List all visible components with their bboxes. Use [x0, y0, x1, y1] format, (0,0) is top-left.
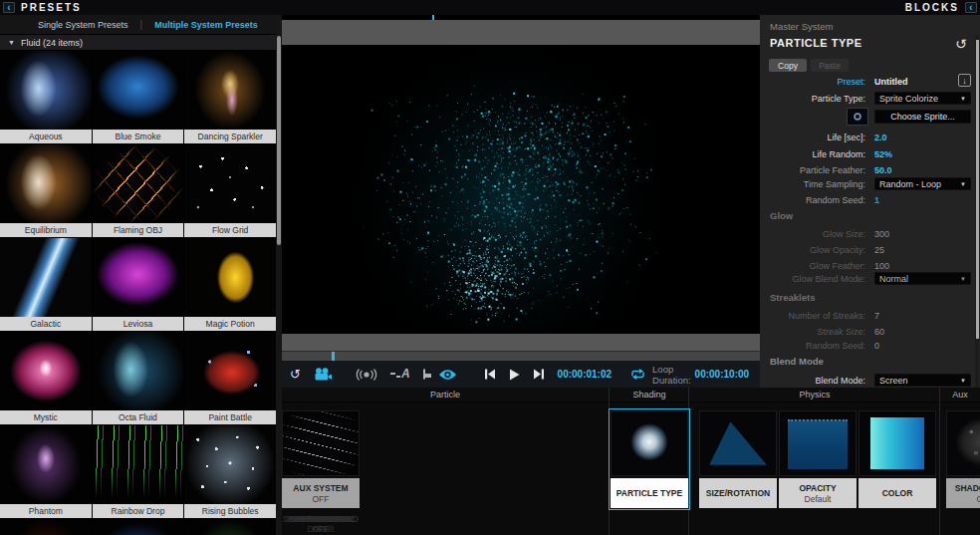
tab-multiple-system-presets[interactable]: Multiple System Presets — [154, 20, 258, 30]
preset-thumbnail — [93, 144, 184, 223]
block-item[interactable]: AUX SYSTEM OFF — [282, 410, 360, 508]
block-label: PARTICLE TYPE — [611, 478, 688, 508]
particle-type-dropdown[interactable]: Sprite Colorize▼ — [874, 92, 971, 105]
preset-item[interactable]: Phantom — [0, 425, 92, 518]
visibility-eye-icon[interactable] — [438, 369, 457, 381]
preset-item-partial[interactable] — [93, 519, 184, 535]
time-sampling-dropdown[interactable]: Random - Loop▼ — [874, 177, 971, 190]
blocks-category-tab[interactable]: Particle — [282, 388, 609, 402]
reset-view-icon[interactable]: ↺ — [290, 368, 301, 381]
blend-mode-dropdown[interactable]: Screen▼ — [874, 374, 971, 387]
life-value[interactable]: 2.0 — [874, 133, 887, 142]
block-item[interactable]: PARTICLE TYPE — [611, 410, 688, 508]
next-frame-button[interactable] — [533, 369, 545, 380]
streaklets-random-seed-value[interactable]: 0 — [874, 341, 879, 351]
presets-scrollbar-thumb[interactable] — [277, 36, 281, 245]
block-subtitle: OFF — [977, 494, 980, 504]
preset-item[interactable]: Magic Potion — [184, 238, 276, 331]
timeline-strip[interactable] — [282, 351, 760, 361]
block-item[interactable]: OPACITY Default — [779, 410, 857, 508]
block-title: SIZE/ROTATION — [706, 488, 770, 498]
preset-item-partial[interactable] — [0, 519, 92, 535]
random-seed-label: Random Seed: — [760, 195, 869, 205]
sprite-thumbnail[interactable] — [847, 108, 868, 126]
previous-frame-button[interactable] — [484, 369, 496, 380]
block-thumbnail — [946, 410, 980, 476]
block-title: COLOR — [882, 488, 913, 498]
viewport-top-bar — [282, 20, 760, 45]
block-item[interactable]: SIZE/ROTATION — [699, 410, 777, 508]
glow-opacity-value[interactable]: 25 — [874, 245, 884, 255]
blocks-collapse-icon[interactable]: ‹ — [965, 2, 977, 13]
preset-item[interactable]: Mystic — [0, 332, 92, 424]
blocks-category-tab[interactable]: Shading — [610, 388, 689, 402]
preset-group-header[interactable]: ▼ Fluid (24 items) — [0, 35, 276, 51]
copy-button[interactable]: Copy — [769, 59, 807, 72]
random-seed-value[interactable]: 1 — [874, 195, 879, 205]
preset-thumbnail — [0, 332, 92, 410]
preset-item[interactable]: Dancing Sparkler — [184, 51, 276, 143]
presets-tab-bar: Single System Presets | Multiple System … — [0, 15, 282, 35]
preset-name: Equilibrium — [0, 223, 92, 237]
picture-in-picture-icon[interactable] — [423, 369, 425, 380]
preset-item[interactable]: Rainbow Drop — [93, 425, 184, 518]
preset-item[interactable]: Flaming OBJ — [93, 144, 184, 237]
glow-size-value[interactable]: 300 — [874, 229, 889, 239]
tab-divider: | — [140, 19, 143, 30]
blocks-category-tab[interactable]: Physics — [689, 388, 940, 402]
block-label: SIZE/ROTATION — [699, 478, 777, 508]
presets-collapse-icon[interactable]: ‹ — [3, 2, 15, 13]
particle-type-label: Particle Type: — [760, 94, 869, 104]
block-thumbnail — [779, 410, 857, 476]
motion-blur-icon[interactable] — [356, 368, 377, 382]
preset-thumbnail — [0, 425, 92, 504]
particle-feather-value[interactable]: 50.0 — [874, 165, 892, 175]
block-item[interactable]: COLOR — [858, 410, 936, 508]
blocks-category-tab[interactable]: Aux — [940, 388, 980, 402]
viewport-bottom-bar — [282, 334, 760, 351]
system-label: Master System — [770, 21, 833, 32]
reset-block-icon[interactable]: ↺ — [955, 36, 967, 52]
blend-mode-value: Screen — [879, 376, 908, 386]
current-timecode[interactable]: 00:00:01:02 — [558, 369, 612, 380]
loop-duration-value[interactable]: 00:00:10:00 — [695, 369, 749, 380]
preset-item[interactable]: Octa Fluid — [93, 332, 184, 424]
choose-sprite-button[interactable]: Choose Sprite... — [874, 110, 971, 124]
preset-thumbnail — [0, 238, 92, 317]
presets-panel-title: PRESETS — [21, 2, 82, 13]
particle-feather-label: Particle Feather: — [760, 165, 869, 175]
camera-icon[interactable] — [314, 368, 333, 381]
preset-item[interactable]: Aqueous — [0, 51, 92, 143]
preset-item-partial[interactable] — [184, 519, 276, 535]
preset-item[interactable]: Paint Battle — [184, 332, 276, 424]
block-item[interactable]: SHADOWLETS OFF — [946, 410, 980, 508]
streaklets-section-header: Streaklets — [770, 292, 815, 303]
play-button[interactable] — [509, 369, 520, 381]
loop-icon[interactable] — [629, 369, 646, 380]
top-bar: ‹ PRESETS BLOCKS ‹ — [0, 0, 980, 15]
life-random-value[interactable]: 52% — [874, 149, 892, 159]
preset-item[interactable]: Rising Bubbles — [184, 425, 276, 518]
blocks-tab-bar: Particle Shading Physics Aux — [282, 388, 980, 402]
glow-blend-mode-dropdown[interactable]: Normal▼ — [874, 272, 971, 285]
glow-feather-value[interactable]: 100 — [874, 261, 889, 271]
preset-item[interactable]: Blue Smoke — [93, 51, 184, 143]
group-divider — [688, 388, 689, 535]
save-preset-icon[interactable]: ↓ — [958, 74, 971, 87]
preset-item[interactable]: Leviosa — [93, 238, 184, 331]
preset-value[interactable]: Untitled — [874, 77, 908, 87]
preset-item[interactable]: Galactic — [0, 238, 92, 331]
number-of-streaks-value[interactable]: 7 — [874, 311, 879, 321]
inspector-scrollbar-thumb[interactable] — [976, 40, 979, 339]
tab-single-system-presets[interactable]: Single System Presets — [38, 20, 128, 30]
speed-preview-icon[interactable]: A — [390, 369, 410, 380]
preset-name: Galactic — [0, 317, 92, 331]
time-sampling-label: Time Sampling: — [760, 179, 869, 189]
preset-item[interactable]: Flow Grid — [184, 144, 276, 237]
preview-viewport[interactable] — [282, 45, 760, 334]
presets-panel: Single System Presets | Multiple System … — [0, 15, 282, 535]
block-thumbnail — [282, 410, 360, 476]
chevron-down-icon: ▼ — [960, 276, 966, 282]
preset-item[interactable]: Equilibrium — [0, 144, 92, 237]
streak-size-value[interactable]: 60 — [874, 327, 884, 337]
